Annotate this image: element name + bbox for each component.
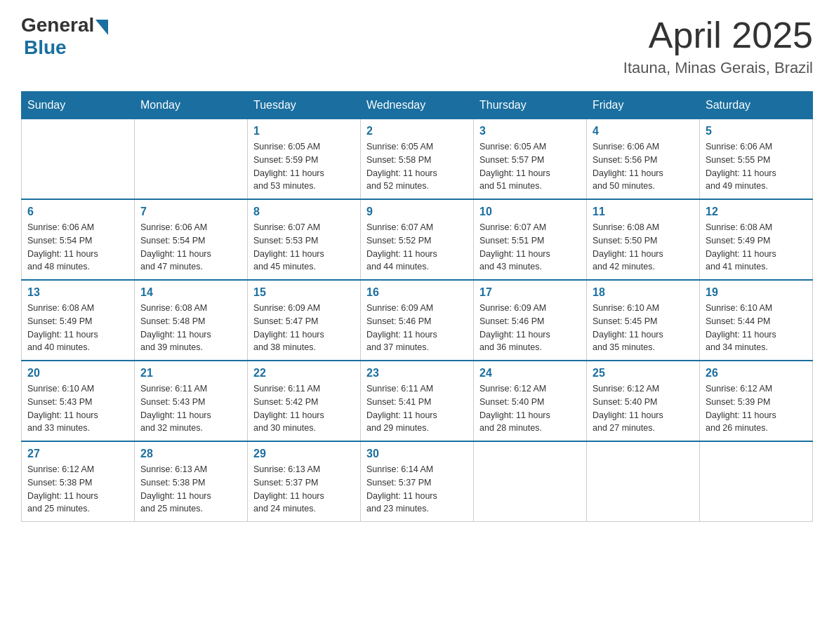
day-number: 10 xyxy=(479,206,581,218)
day-info: Sunrise: 6:11 AM Sunset: 5:43 PM Dayligh… xyxy=(140,382,241,435)
calendar-cell: 13Sunrise: 6:08 AM Sunset: 5:49 PM Dayli… xyxy=(22,280,135,361)
day-number: 19 xyxy=(706,286,807,299)
calendar-week-row: 6Sunrise: 6:06 AM Sunset: 5:54 PM Daylig… xyxy=(22,199,813,280)
page-header: General Blue April 2025 Itauna, Minas Ge… xyxy=(21,14,813,77)
calendar-cell: 23Sunrise: 6:11 AM Sunset: 5:41 PM Dayli… xyxy=(361,361,474,441)
calendar-header-saturday: Saturday xyxy=(700,92,813,119)
day-info: Sunrise: 6:07 AM Sunset: 5:51 PM Dayligh… xyxy=(479,221,581,274)
calendar-cell: 30Sunrise: 6:14 AM Sunset: 5:37 PM Dayli… xyxy=(361,441,474,522)
day-number: 13 xyxy=(27,286,128,299)
calendar-header-monday: Monday xyxy=(135,92,248,119)
day-number: 23 xyxy=(366,367,468,380)
calendar-cell: 25Sunrise: 6:12 AM Sunset: 5:40 PM Dayli… xyxy=(587,361,700,441)
calendar-cell: 11Sunrise: 6:08 AM Sunset: 5:50 PM Dayli… xyxy=(587,199,700,280)
day-number: 4 xyxy=(593,125,694,137)
day-info: Sunrise: 6:13 AM Sunset: 5:37 PM Dayligh… xyxy=(253,463,355,516)
calendar-week-row: 20Sunrise: 6:10 AM Sunset: 5:43 PM Dayli… xyxy=(22,361,813,441)
calendar-cell: 9Sunrise: 6:07 AM Sunset: 5:52 PM Daylig… xyxy=(361,199,474,280)
day-info: Sunrise: 6:11 AM Sunset: 5:42 PM Dayligh… xyxy=(253,382,355,435)
day-info: Sunrise: 6:11 AM Sunset: 5:41 PM Dayligh… xyxy=(366,382,468,435)
day-info: Sunrise: 6:12 AM Sunset: 5:40 PM Dayligh… xyxy=(479,382,581,435)
month-title: April 2025 xyxy=(623,14,813,56)
day-info: Sunrise: 6:06 AM Sunset: 5:55 PM Dayligh… xyxy=(706,140,807,193)
calendar-header-tuesday: Tuesday xyxy=(248,92,361,119)
calendar-week-row: 1Sunrise: 6:05 AM Sunset: 5:59 PM Daylig… xyxy=(22,119,813,200)
day-number: 24 xyxy=(479,367,581,380)
calendar-cell: 5Sunrise: 6:06 AM Sunset: 5:55 PM Daylig… xyxy=(700,119,813,200)
day-info: Sunrise: 6:07 AM Sunset: 5:52 PM Dayligh… xyxy=(366,221,468,274)
day-info: Sunrise: 6:05 AM Sunset: 5:58 PM Dayligh… xyxy=(366,140,468,193)
day-info: Sunrise: 6:09 AM Sunset: 5:46 PM Dayligh… xyxy=(366,302,468,354)
day-info: Sunrise: 6:12 AM Sunset: 5:40 PM Dayligh… xyxy=(593,382,694,435)
day-info: Sunrise: 6:09 AM Sunset: 5:46 PM Dayligh… xyxy=(479,302,581,354)
day-info: Sunrise: 6:09 AM Sunset: 5:47 PM Dayligh… xyxy=(253,302,355,354)
calendar-cell: 12Sunrise: 6:08 AM Sunset: 5:49 PM Dayli… xyxy=(700,199,813,280)
calendar-cell xyxy=(474,441,587,522)
calendar-cell: 29Sunrise: 6:13 AM Sunset: 5:37 PM Dayli… xyxy=(248,441,361,522)
calendar-cell: 24Sunrise: 6:12 AM Sunset: 5:40 PM Dayli… xyxy=(474,361,587,441)
calendar-cell: 26Sunrise: 6:12 AM Sunset: 5:39 PM Dayli… xyxy=(700,361,813,441)
day-number: 8 xyxy=(253,206,355,218)
calendar-cell xyxy=(135,119,248,200)
calendar-table: SundayMondayTuesdayWednesdayThursdayFrid… xyxy=(21,91,813,522)
day-number: 1 xyxy=(253,125,355,137)
day-number: 6 xyxy=(27,206,128,218)
calendar-cell: 22Sunrise: 6:11 AM Sunset: 5:42 PM Dayli… xyxy=(248,361,361,441)
calendar-cell: 28Sunrise: 6:13 AM Sunset: 5:38 PM Dayli… xyxy=(135,441,248,522)
day-info: Sunrise: 6:12 AM Sunset: 5:38 PM Dayligh… xyxy=(27,463,128,516)
calendar-week-row: 27Sunrise: 6:12 AM Sunset: 5:38 PM Dayli… xyxy=(22,441,813,522)
day-number: 11 xyxy=(593,206,694,218)
calendar-header-friday: Friday xyxy=(587,92,700,119)
day-number: 26 xyxy=(706,367,807,380)
day-info: Sunrise: 6:10 AM Sunset: 5:45 PM Dayligh… xyxy=(593,302,694,354)
calendar-cell: 4Sunrise: 6:06 AM Sunset: 5:56 PM Daylig… xyxy=(587,119,700,200)
day-number: 29 xyxy=(253,448,355,460)
calendar-header-sunday: Sunday xyxy=(22,92,135,119)
day-info: Sunrise: 6:14 AM Sunset: 5:37 PM Dayligh… xyxy=(366,463,468,516)
day-number: 21 xyxy=(140,367,241,380)
calendar-cell xyxy=(587,441,700,522)
day-number: 25 xyxy=(593,367,694,380)
day-info: Sunrise: 6:06 AM Sunset: 5:54 PM Dayligh… xyxy=(140,221,241,274)
day-number: 30 xyxy=(366,448,468,460)
calendar-cell: 14Sunrise: 6:08 AM Sunset: 5:48 PM Dayli… xyxy=(135,280,248,361)
calendar-cell: 1Sunrise: 6:05 AM Sunset: 5:59 PM Daylig… xyxy=(248,119,361,200)
calendar-cell: 27Sunrise: 6:12 AM Sunset: 5:38 PM Dayli… xyxy=(22,441,135,522)
day-number: 22 xyxy=(253,367,355,380)
day-info: Sunrise: 6:08 AM Sunset: 5:49 PM Dayligh… xyxy=(27,302,128,354)
day-number: 28 xyxy=(140,448,241,460)
calendar-cell: 10Sunrise: 6:07 AM Sunset: 5:51 PM Dayli… xyxy=(474,199,587,280)
day-number: 7 xyxy=(140,206,241,218)
calendar-header-wednesday: Wednesday xyxy=(361,92,474,119)
calendar-cell: 15Sunrise: 6:09 AM Sunset: 5:47 PM Dayli… xyxy=(248,280,361,361)
calendar-cell: 6Sunrise: 6:06 AM Sunset: 5:54 PM Daylig… xyxy=(22,199,135,280)
logo: General Blue xyxy=(21,14,108,59)
day-info: Sunrise: 6:10 AM Sunset: 5:43 PM Dayligh… xyxy=(27,382,128,435)
calendar-cell: 8Sunrise: 6:07 AM Sunset: 5:53 PM Daylig… xyxy=(248,199,361,280)
calendar-cell: 7Sunrise: 6:06 AM Sunset: 5:54 PM Daylig… xyxy=(135,199,248,280)
day-number: 14 xyxy=(140,286,241,299)
calendar-header-row: SundayMondayTuesdayWednesdayThursdayFrid… xyxy=(22,92,813,119)
day-info: Sunrise: 6:07 AM Sunset: 5:53 PM Dayligh… xyxy=(253,221,355,274)
day-info: Sunrise: 6:12 AM Sunset: 5:39 PM Dayligh… xyxy=(706,382,807,435)
day-info: Sunrise: 6:06 AM Sunset: 5:54 PM Dayligh… xyxy=(27,221,128,274)
day-number: 18 xyxy=(593,286,694,299)
calendar-cell: 20Sunrise: 6:10 AM Sunset: 5:43 PM Dayli… xyxy=(22,361,135,441)
day-number: 17 xyxy=(479,286,581,299)
day-number: 16 xyxy=(366,286,468,299)
day-number: 20 xyxy=(27,367,128,380)
day-number: 5 xyxy=(706,125,807,137)
day-info: Sunrise: 6:06 AM Sunset: 5:56 PM Dayligh… xyxy=(593,140,694,193)
logo-arrow-icon xyxy=(95,20,108,35)
day-info: Sunrise: 6:08 AM Sunset: 5:48 PM Dayligh… xyxy=(140,302,241,354)
location-text: Itauna, Minas Gerais, Brazil xyxy=(623,59,813,77)
day-info: Sunrise: 6:10 AM Sunset: 5:44 PM Dayligh… xyxy=(706,302,807,354)
day-info: Sunrise: 6:08 AM Sunset: 5:50 PM Dayligh… xyxy=(593,221,694,274)
day-number: 2 xyxy=(366,125,468,137)
day-info: Sunrise: 6:13 AM Sunset: 5:38 PM Dayligh… xyxy=(140,463,241,516)
calendar-cell xyxy=(22,119,135,200)
calendar-cell xyxy=(700,441,813,522)
logo-general-text: General xyxy=(21,14,94,36)
day-info: Sunrise: 6:05 AM Sunset: 5:59 PM Dayligh… xyxy=(253,140,355,193)
title-section: April 2025 Itauna, Minas Gerais, Brazil xyxy=(623,14,813,77)
